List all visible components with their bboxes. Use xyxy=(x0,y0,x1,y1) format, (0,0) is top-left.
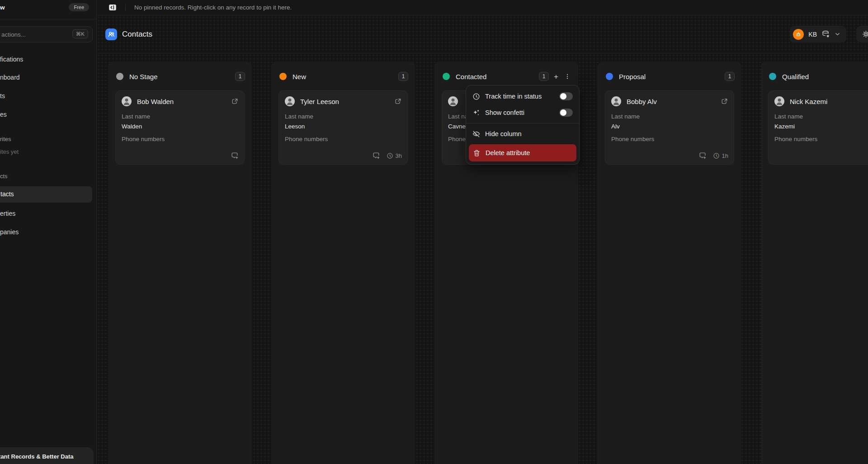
column-new: New 1 Tyler Leeson xyxy=(271,62,415,464)
column-title: No Stage xyxy=(129,73,158,80)
eye-off-icon xyxy=(472,130,480,138)
column-qualified: Qualified Nick Kazemi Last name Kazemi P… xyxy=(761,62,868,464)
open-record-icon[interactable] xyxy=(231,98,238,105)
page-title: Contacts xyxy=(122,30,152,39)
topbar-divider xyxy=(125,4,126,11)
clock-icon xyxy=(387,152,393,159)
app-root: w Free actions... ⌘K fications nboard ts… xyxy=(0,0,868,464)
sidebar-item-notes[interactable]: es xyxy=(0,111,7,118)
record-count-badge: 1 xyxy=(235,72,245,81)
column-proposal: Proposal 1 Bobby Alv xyxy=(598,62,741,464)
workspace-avatar xyxy=(793,29,804,40)
sidebar-divider xyxy=(0,19,96,19)
column-header[interactable]: Contacted 1 + xyxy=(434,62,578,82)
field-label-last-name: Last name xyxy=(285,113,401,120)
menu-divider xyxy=(466,123,579,123)
contact-name: Bobby Alv xyxy=(627,98,715,105)
menu-item-label: Track time in status xyxy=(485,93,554,100)
field-value-last-name[interactable]: Leeson xyxy=(285,123,401,130)
add-comment-icon[interactable] xyxy=(372,152,380,160)
field-value-last-name[interactable]: Walden xyxy=(122,123,238,130)
sidebar-item-properties[interactable]: erties xyxy=(0,210,15,217)
gear-icon xyxy=(862,30,868,38)
contact-avatar xyxy=(285,96,295,106)
user-menu-button[interactable]: KB xyxy=(790,26,846,43)
field-label-last-name: Last name xyxy=(122,113,238,120)
sidebar-item-contacts[interactable]: tacts xyxy=(0,186,92,203)
field-label-phones: Phone numbers xyxy=(611,136,728,142)
contact-avatar xyxy=(122,96,132,106)
track-time-toggle[interactable] xyxy=(559,92,573,100)
open-record-icon[interactable] xyxy=(394,98,401,105)
sidebar-promo-card[interactable]: rtant Records & Better Data xyxy=(0,447,94,464)
trash-icon xyxy=(473,149,481,157)
chevron-down-icon xyxy=(835,31,840,37)
column-header[interactable]: Proposal 1 xyxy=(598,62,741,82)
show-confetti-toggle[interactable] xyxy=(559,109,573,117)
stage-dot xyxy=(606,73,613,80)
menu-item-label: Delete attribute xyxy=(486,149,572,156)
record-card[interactable]: Bob Walden Last name Walden Phone number… xyxy=(115,90,245,165)
field-label-last-name: Last name xyxy=(774,113,868,120)
sidebar-item-tasks[interactable]: ts xyxy=(0,92,5,99)
menu-item-show-confetti[interactable]: Show confetti xyxy=(469,104,576,121)
record-card[interactable]: Nick Kazemi Last name Kazemi Phone numbe… xyxy=(768,90,868,165)
column-menu-icon[interactable] xyxy=(563,73,571,80)
settings-button[interactable] xyxy=(856,26,868,43)
add-record-icon[interactable]: + xyxy=(553,73,559,80)
promo-title: rtant Records & Better Data xyxy=(0,453,86,460)
contacts-object-icon xyxy=(105,28,117,40)
quick-actions-search[interactable]: actions... ⌘K xyxy=(0,26,93,43)
column-no-stage: No Stage 1 Bob Walden xyxy=(108,62,252,464)
menu-item-hide-column[interactable]: Hide column xyxy=(469,126,576,142)
sidebar-section-objects: cts xyxy=(0,173,8,180)
clock-icon xyxy=(472,93,480,100)
column-context-menu: Track time in status Show confetti xyxy=(466,85,580,165)
main-area: No pinned records. Right-click on any re… xyxy=(97,0,868,464)
field-value-last-name[interactable]: Alv xyxy=(611,123,728,130)
field-label-last-name: Last name xyxy=(611,113,728,120)
sidebar: w Free actions... ⌘K fications nboard ts… xyxy=(0,0,97,464)
clock-icon xyxy=(713,152,720,159)
menu-item-label: Hide column xyxy=(485,130,573,137)
column-title: Contacted xyxy=(456,73,486,80)
column-header[interactable]: No Stage 1 xyxy=(108,62,252,82)
open-record-icon[interactable] xyxy=(721,98,728,105)
column-title: New xyxy=(292,73,306,80)
sidebar-item-dashboard[interactable]: nboard xyxy=(0,74,20,81)
user-initials: KB xyxy=(808,31,817,38)
menu-item-delete-attribute[interactable]: Delete attribute xyxy=(469,144,576,161)
sidebar-toggle-icon[interactable] xyxy=(108,4,117,11)
record-card[interactable]: Tyler Leeson Last name Leeson Phone numb… xyxy=(278,90,408,165)
sparkles-icon xyxy=(472,109,480,117)
sidebar-section-favorites: rites xyxy=(0,136,11,142)
menu-item-track-time[interactable]: Track time in status xyxy=(469,88,576,104)
column-title: Proposal xyxy=(619,73,646,80)
record-card[interactable]: Bobby Alv Last name Alv Phone numbers xyxy=(605,90,734,165)
field-value-last-name[interactable]: Kazemi xyxy=(774,123,868,130)
contact-name: Nick Kazemi xyxy=(790,98,868,105)
workspace-name[interactable]: w xyxy=(0,4,5,11)
contact-avatar xyxy=(611,96,621,106)
column-title: Qualified xyxy=(782,73,809,80)
field-label-phones: Phone numbers xyxy=(774,136,868,142)
pinned-records-message: No pinned records. Right-click on any re… xyxy=(134,4,292,11)
pinned-records-bar: No pinned records. Right-click on any re… xyxy=(97,0,868,15)
stage-dot xyxy=(279,73,287,80)
sidebar-item-companies[interactable]: panies xyxy=(0,228,19,236)
contact-avatar xyxy=(448,96,458,106)
header-right-controls: KB xyxy=(790,26,868,43)
record-count-badge: 1 xyxy=(725,72,735,81)
add-comment-icon[interactable] xyxy=(698,152,707,160)
menu-item-label: Show confetti xyxy=(485,109,554,116)
time-in-stage: 3h xyxy=(387,152,402,159)
sidebar-item-notifications[interactable]: fications xyxy=(0,56,23,63)
plan-badge: Free xyxy=(69,3,89,11)
contact-avatar xyxy=(774,96,784,106)
record-count-badge: 1 xyxy=(398,72,408,81)
time-in-stage: 1h xyxy=(713,152,728,159)
column-header[interactable]: Qualified xyxy=(761,62,868,82)
add-comment-icon[interactable] xyxy=(231,152,239,160)
stage-dot xyxy=(443,73,450,80)
column-header[interactable]: New 1 xyxy=(271,62,415,82)
